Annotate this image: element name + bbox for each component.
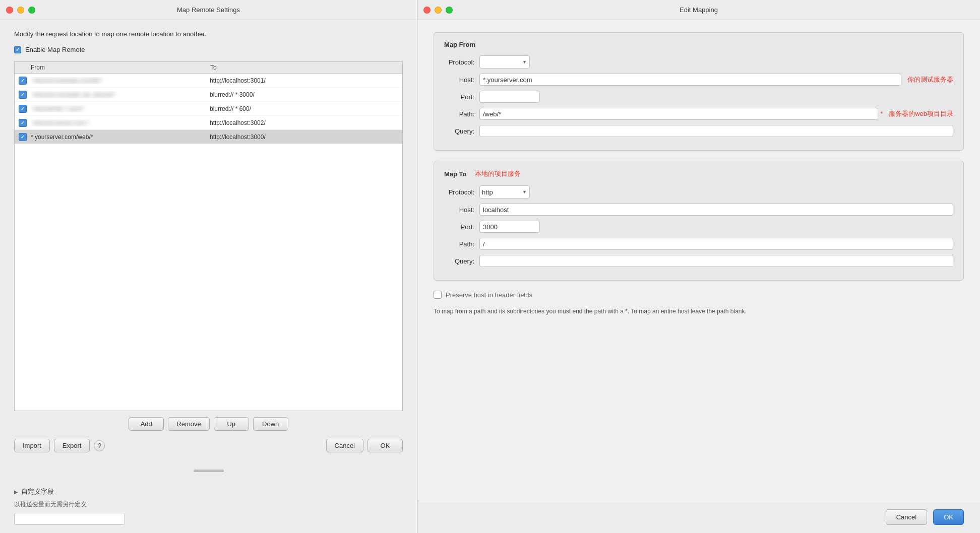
to-port-input[interactable]	[479, 221, 540, 233]
row-to-4: http://localhost:3002/	[210, 119, 398, 126]
to-protocol-select[interactable]: http https	[479, 185, 530, 198]
table-row[interactable]: *.blurred.example.com/blr* http://localh…	[15, 74, 402, 88]
right-ok-button[interactable]: OK	[933, 509, 964, 525]
map-to-title-row: Map To 本地的项目服务	[444, 169, 953, 178]
help-text: To map from a path and its subdirectorie…	[434, 307, 964, 316]
up-button[interactable]: Up	[214, 417, 249, 431]
minimize-button-right[interactable]	[435, 7, 442, 14]
table-row[interactable]: *.blurred.com/path_blr_blurred* blurred:…	[15, 88, 402, 102]
to-protocol-row: Protocol: http https	[444, 185, 953, 198]
map-from-title: Map From	[444, 41, 953, 48]
row-to-1: http://localhost:3001/	[210, 77, 398, 84]
minimize-button-left[interactable]	[17, 7, 24, 14]
to-host-label: Host:	[444, 206, 479, 214]
bottom-buttons: Import Export ? Cancel OK	[14, 439, 403, 452]
close-button-left[interactable]	[6, 7, 13, 14]
preserve-host-row: Preserve host in header fields	[434, 291, 964, 299]
table-row[interactable]: *.yourserver.com/web/* http://localhost:…	[15, 130, 402, 144]
map-to-title: Map To	[444, 170, 467, 178]
left-content: Modify the request location to map one r…	[0, 20, 417, 462]
from-host-row: Host: 你的测试服务器	[444, 74, 953, 86]
custom-fields-title: 自定义字段	[21, 487, 54, 496]
right-cancel-button[interactable]: Cancel	[886, 509, 927, 525]
right-titlebar: Edit Mapping	[417, 0, 980, 20]
right-window-title: Edit Mapping	[680, 6, 718, 14]
enable-checkbox[interactable]	[14, 46, 21, 53]
row-checkbox-3[interactable]	[19, 105, 27, 113]
scroll-indicator	[194, 470, 224, 472]
left-window-title: Map Remote Settings	[177, 6, 240, 14]
enable-row: Enable Map Remote	[14, 46, 403, 53]
row-from-4: *.blurred.server.com,*	[31, 119, 210, 126]
to-port-label: Port:	[444, 223, 479, 231]
custom-fields-desc: 以推送变量而无需另行定义	[14, 500, 403, 509]
row-from-1: *.blurred.example.com/blr*	[31, 77, 210, 84]
left-titlebar: Map Remote Settings	[0, 0, 417, 20]
from-path-input[interactable]	[479, 108, 878, 120]
maximize-button-right[interactable]	[446, 7, 453, 14]
to-query-input[interactable]	[479, 255, 953, 267]
enable-label: Enable Map Remote	[25, 46, 85, 53]
col-to-header: To	[210, 64, 398, 71]
row-checkbox-4[interactable]	[19, 119, 27, 127]
table-row[interactable]: *.blurred.server.com,* http://localhost:…	[15, 116, 402, 130]
from-path-label: Path:	[444, 110, 479, 118]
from-protocol-select-wrapper: http https	[479, 55, 530, 69]
right-content: Map From Protocol: http https Host: 你的测试…	[417, 20, 980, 501]
from-port-input[interactable]	[479, 91, 540, 103]
map-to-annotation: 本地的项目服务	[475, 169, 521, 178]
from-protocol-select[interactable]: http https	[479, 55, 530, 69]
from-host-input[interactable]	[479, 74, 901, 86]
row-to-3: blurred:// * 600/	[210, 105, 398, 112]
down-button[interactable]: Down	[253, 417, 288, 431]
map-from-section: Map From Protocol: http https Host: 你的测试…	[434, 32, 964, 151]
preserve-host-checkbox[interactable]	[434, 291, 442, 299]
close-button-right[interactable]	[423, 7, 431, 14]
maximize-button-left[interactable]	[28, 7, 35, 14]
row-from-2: *.blurred.com/path_blr_blurred*	[31, 91, 210, 98]
row-from-3: *.blurred-blr-*.com/*	[31, 105, 210, 112]
from-port-label: Port:	[444, 93, 479, 101]
to-host-input[interactable]	[479, 204, 953, 216]
right-panel: Edit Mapping Map From Protocol: http htt…	[417, 0, 980, 533]
to-host-row: Host:	[444, 204, 953, 216]
to-path-label: Path:	[444, 240, 479, 248]
custom-fields-input[interactable]	[14, 513, 125, 525]
from-protocol-label: Protocol:	[444, 58, 479, 66]
from-path-row: Path: * 服务器的web项目目录	[444, 108, 953, 120]
help-button[interactable]: ?	[94, 440, 105, 451]
export-button[interactable]: Export	[54, 439, 90, 452]
preserve-host-label: Preserve host in header fields	[446, 291, 532, 299]
from-protocol-row: Protocol: http https	[444, 55, 953, 69]
to-query-row: Query:	[444, 255, 953, 267]
import-button[interactable]: Import	[14, 439, 50, 452]
description-text: Modify the request location to map one r…	[14, 30, 403, 38]
row-checkbox-1[interactable]	[19, 77, 27, 85]
table-row[interactable]: *.blurred-blr-*.com/* blurred:// * 600/	[15, 102, 402, 116]
scroll-area	[0, 462, 417, 479]
traffic-lights-right	[423, 7, 453, 14]
table-header: From To	[15, 62, 402, 74]
from-query-input[interactable]	[479, 125, 953, 137]
row-checkbox-2[interactable]	[19, 91, 27, 99]
from-host-label: Host:	[444, 76, 479, 84]
to-protocol-select-wrapper: http https	[479, 185, 530, 198]
from-host-annotation: 你的测试服务器	[907, 75, 953, 84]
row-checkbox-5[interactable]	[19, 133, 27, 141]
from-query-row: Query:	[444, 125, 953, 137]
path-required-icon: *	[880, 110, 883, 117]
remove-button[interactable]: Remove	[168, 417, 209, 431]
map-to-section: Map To 本地的项目服务 Protocol: http https Host…	[434, 161, 964, 281]
left-cancel-button[interactable]: Cancel	[326, 439, 363, 452]
row-to-5: http://localhost:3000/	[210, 134, 398, 141]
to-protocol-label: Protocol:	[444, 188, 479, 196]
to-port-row: Port:	[444, 221, 953, 233]
row-to-2: blurred:// * 3000/	[210, 91, 398, 98]
to-path-input[interactable]	[479, 238, 953, 250]
left-panel: Map Remote Settings Modify the request l…	[0, 0, 417, 533]
left-ok-button[interactable]: OK	[368, 439, 403, 452]
from-query-label: Query:	[444, 127, 479, 135]
col-from-header: From	[19, 64, 210, 71]
right-footer: Cancel OK	[417, 501, 980, 533]
add-button[interactable]: Add	[129, 417, 164, 431]
